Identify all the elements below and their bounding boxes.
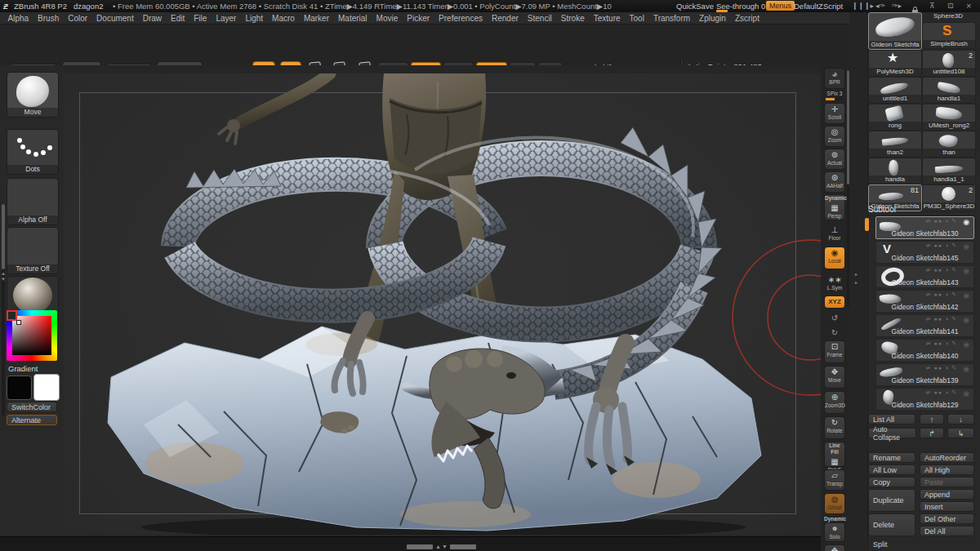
subtool-row-toggles[interactable]: ⇌ ●● ◑ ✎ — [926, 389, 957, 396]
bottom-divider-handle-left[interactable] — [407, 544, 433, 549]
menu-material[interactable]: Material — [334, 14, 372, 23]
subtool-row-toggles[interactable]: ⇌ ●● ◑ ✎ — [926, 316, 957, 322]
menu-macro[interactable]: Macro — [268, 14, 300, 23]
close-icon[interactable]: × — [966, 0, 971, 12]
menu-color[interactable]: Color — [64, 14, 92, 23]
current-texture-thumbnail[interactable]: Texture Off — [7, 227, 59, 274]
menu-edit[interactable]: Edit — [167, 14, 189, 23]
subtool-row[interactable]: ⇌ ●● ◑ ✎ ◉ Gideon Sketchfab143 — [875, 265, 974, 288]
menu-brush[interactable]: Brush — [33, 14, 64, 23]
copy-button[interactable]: Copy — [868, 477, 915, 487]
visibility-eye-icon[interactable]: ◉ — [963, 316, 969, 324]
move-bottom-button[interactable]: ↳ — [947, 428, 974, 438]
shelf-aahalf-button[interactable]: ⊛AAHalf — [824, 171, 845, 193]
subtool-row[interactable]: V ⇌ ●● ◑ ✎ ◉ Gideon Sketchfab145 — [875, 241, 974, 264]
restore-icon[interactable]: ⊡ — [947, 0, 954, 12]
append-button[interactable]: Append — [920, 489, 974, 500]
color-picker[interactable] — [7, 310, 57, 361]
visibility-eye-icon[interactable]: ◉ — [963, 267, 969, 275]
tray-divider-arrow-icon[interactable]: ▸ — [855, 272, 858, 277]
menu-document[interactable]: Document — [92, 14, 139, 23]
subtool-row[interactable]: ⇌ ●● ◑ ✎ ◉ Gideon Sketchfab141 — [875, 314, 974, 337]
del-other-button[interactable]: Del Other — [920, 513, 974, 524]
tray-divider-gutter[interactable]: ▸ ▸ — [849, 12, 868, 551]
left-divider-down-icon[interactable]: ▼ — [1, 277, 6, 282]
tool-untitled1-thumbnail[interactable]: untitled1 — [868, 77, 922, 104]
divider-bars-icon[interactable]: ❙❙❙▸ — [852, 0, 874, 12]
current-stroke-thumbnail[interactable]: Dots — [7, 129, 59, 175]
menu-stroke[interactable]: Stroke — [556, 14, 589, 23]
shelf-persp-button[interactable]: Dynamic▦Persp — [824, 194, 845, 220]
visibility-eye-icon[interactable]: ◉ — [963, 291, 969, 300]
del-all-button[interactable]: Del All — [920, 526, 974, 536]
subtool-row-toggles[interactable]: ⇌ ●● ◑ ✎ — [926, 365, 957, 371]
menu-render[interactable]: Render — [488, 14, 523, 23]
shelf-redo-button[interactable]: ↻ — [824, 327, 845, 338]
split-button[interactable]: Split — [868, 539, 974, 549]
shelf-scroll-button[interactable]: ✛Scroll — [824, 103, 845, 124]
menu-movie[interactable]: Movie — [372, 14, 403, 23]
left-divider-up-icon[interactable]: ▲ — [1, 271, 6, 276]
tool-umesh-rong2-thumbnail[interactable]: UMesh_rong2 — [922, 104, 976, 131]
tool-than-thumbnail[interactable]: than — [922, 131, 976, 158]
menu-draw[interactable]: Draw — [138, 14, 166, 23]
move-top-button[interactable]: ↱ — [920, 428, 944, 438]
shelf-transp-button[interactable]: ▱Transp — [824, 469, 845, 491]
visibility-eye-icon[interactable]: ◉ — [963, 218, 969, 226]
shelf-polyf-button[interactable]: Line Fill▦PolyF — [824, 442, 845, 467]
subtool-row-toggles[interactable]: ⇌ ●● ◑ ✎ — [926, 291, 957, 298]
subtool-row[interactable]: ⇌ ●● ◑ ✎ ◉ Gideon Sketchfab130 — [875, 216, 974, 239]
menus-toggle-button[interactable]: Menus — [766, 1, 795, 11]
menu-stencil[interactable]: Stencil — [523, 14, 556, 23]
menu-marker[interactable]: Marker — [299, 14, 333, 23]
shelf-rotate-button[interactable]: ↻Rotate — [824, 416, 845, 439]
current-alpha-thumbnail[interactable]: Alpha Off — [7, 178, 59, 225]
menu-zplugin[interactable]: Zplugin — [695, 14, 731, 23]
subtool-row-toggles[interactable]: ⇌ ●● ◑ ✎ — [926, 242, 957, 249]
menu-file[interactable]: File — [189, 14, 212, 23]
delete-button[interactable]: Delete — [868, 513, 915, 536]
subtool-row-toggles[interactable]: ⇌ ●● ◑ ✎ — [926, 340, 957, 347]
shelf-bpr-button[interactable]: ◕ BPR — [824, 68, 845, 89]
current-brush-thumbnail[interactable]: Move — [7, 72, 59, 118]
shelf-xyz-button[interactable]: XYZ — [824, 295, 845, 309]
shelf-undo-button[interactable]: ↺ — [824, 312, 845, 323]
default-zscript-button[interactable]: DefaultZScript — [794, 0, 843, 12]
list-all-button[interactable]: List All — [868, 414, 915, 424]
auto-collapse-button[interactable]: Auto Collapse — [868, 428, 916, 438]
spix-slider-track[interactable] — [826, 98, 844, 100]
alternate-button[interactable]: Alternate — [7, 415, 57, 425]
divider-up-icon[interactable]: ▲ — [435, 544, 441, 549]
left-divider-thumb[interactable] — [2, 204, 5, 269]
spix-slider-label[interactable]: SPix 3 — [824, 91, 845, 96]
tool-than2-thumbnail[interactable]: than2 — [868, 131, 922, 158]
move-up-button[interactable]: ↑ — [920, 414, 944, 424]
shelf-frame-button[interactable]: ⊡Frame — [824, 340, 845, 363]
shelf-local-button[interactable]: ◉Local — [824, 247, 845, 269]
all-low-button[interactable]: All Low — [868, 464, 915, 475]
gradient-toggle[interactable]: Gradient — [8, 364, 38, 373]
menu-layer[interactable]: Layer — [212, 14, 241, 23]
subtool-row[interactable]: ⇌ ●● ◑ ✎ ◉ Gideon Sketchfab140 — [875, 339, 974, 362]
main-color-swatch[interactable] — [7, 375, 32, 400]
minimize-icon[interactable]: ⊼ — [929, 0, 935, 12]
menu-light[interactable]: Light — [241, 14, 268, 23]
subtool-row-toggles[interactable]: ⇌ ●● ◑ ✎ — [926, 218, 957, 224]
tool-rong-thumbnail[interactable]: rong — [868, 104, 922, 131]
menu-texture[interactable]: Texture — [589, 14, 625, 23]
paste-button[interactable]: Paste — [920, 477, 974, 487]
quicksave-button[interactable]: QuickSave — [676, 0, 714, 12]
secondary-color-swatch[interactable] — [33, 374, 60, 401]
subtool-row[interactable]: ⇌ ●● ◑ ✎ ◉ Gideon Sketchfab142 — [875, 290, 974, 313]
spix-slider-nub[interactable] — [826, 98, 835, 100]
tray-divider-arrow2-icon[interactable]: ▸ — [855, 280, 858, 285]
menu-transform[interactable]: Transform — [648, 14, 694, 23]
visibility-eye-icon[interactable]: ◉ — [963, 389, 969, 398]
bottom-divider-handle-right[interactable] — [450, 544, 476, 549]
menu-zscript[interactable]: Zscript — [730, 14, 764, 23]
subtool-row[interactable]: ⇌ ●● ◑ ✎ ◉ Gideon Sketchfab129 — [875, 388, 974, 411]
tool-handla1-1-thumbnail[interactable]: handla1_1 — [922, 158, 976, 184]
duplicate-button[interactable]: Duplicate — [868, 489, 915, 512]
tool-current-thumbnail[interactable]: Gideon Sketchfa — [868, 12, 922, 50]
shelf-ghost-button[interactable]: ◍Ghost — [824, 493, 845, 514]
